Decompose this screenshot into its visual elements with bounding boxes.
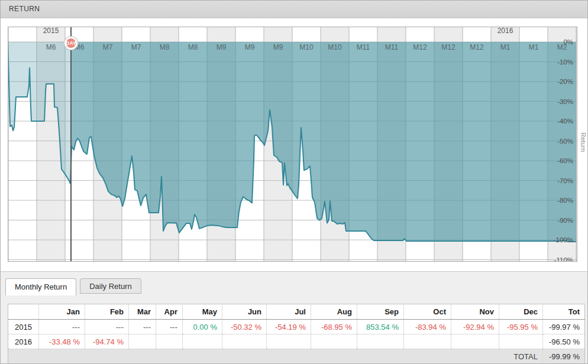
y-tick-label: -90% xyxy=(557,217,573,224)
column-header: Aug xyxy=(311,304,357,320)
bottom-section: Monthly ReturnDaily Return JanFebMarAprM… xyxy=(1,278,587,364)
total-label: TOTAL xyxy=(8,349,543,364)
return-cell: --- xyxy=(39,320,85,334)
column-header: May xyxy=(183,304,222,320)
month-label: M8 xyxy=(160,43,170,51)
return-cell: -68.95 % xyxy=(311,320,357,334)
return-cell: -99.97 % xyxy=(543,320,585,334)
month-label: M9 xyxy=(245,43,255,51)
y-tick-label: -40% xyxy=(557,118,573,125)
table-row: 2016-33.48 %-94.74 %-96.50 % xyxy=(8,334,585,349)
column-header: Sep xyxy=(357,304,404,320)
return-cell xyxy=(357,334,404,349)
column-header: Oct xyxy=(404,304,451,320)
year-label: 2015 xyxy=(43,27,59,35)
column-header xyxy=(8,304,39,320)
day-badge-label: DAY xyxy=(66,40,76,46)
return-cell: 853.54 % xyxy=(357,320,404,334)
panel-title: RETURN xyxy=(9,5,40,13)
return-cell: 0.00 % xyxy=(183,320,222,334)
return-cell: --- xyxy=(129,320,156,334)
return-cell: -33.48 % xyxy=(39,334,85,349)
y-tick-label: 0% xyxy=(563,38,573,46)
month-label: M12 xyxy=(470,43,484,51)
return-chart-panel: M6M6M7M7M8M8M9M9M9M10M10M11M11M12M12M12M… xyxy=(1,18,587,272)
year-cell: 2016 xyxy=(8,334,39,349)
return-cell xyxy=(311,334,357,349)
return-cell xyxy=(156,334,183,349)
y-tick-label: -60% xyxy=(557,157,573,164)
return-cell: --- xyxy=(156,320,183,334)
return-cell xyxy=(129,334,156,349)
month-label: M1 xyxy=(500,43,511,51)
y-tick-label: -80% xyxy=(557,197,573,204)
page: RETURN M6M6M7M7M8M8M9M9M9M10M10M11M11M12… xyxy=(0,0,588,364)
column-header: Feb xyxy=(85,304,129,320)
y-tick-label: -30% xyxy=(557,98,573,105)
column-header: Jun xyxy=(222,304,267,320)
return-cell: -83.94 % xyxy=(404,320,451,334)
column-header: Apr xyxy=(156,304,183,320)
month-label: M9 xyxy=(273,43,283,51)
y-tick-label: -110% xyxy=(554,256,573,262)
month-label: M7 xyxy=(103,43,113,51)
return-area-chart[interactable]: M6M6M7M7M8M8M9M9M9M10M10M11M11M12M12M12M… xyxy=(8,27,577,262)
column-header: Dec xyxy=(499,304,543,320)
month-label: M11 xyxy=(357,43,370,51)
return-cell xyxy=(451,334,499,349)
y-tick-label: -10% xyxy=(557,58,573,66)
column-header: Jan xyxy=(39,304,85,320)
month-label: M12 xyxy=(413,43,427,51)
panel-header: RETURN xyxy=(1,1,587,18)
table-body: 2015------------0.00 %-50.32 %-54.19 %-6… xyxy=(8,320,585,364)
return-cell: -54.19 % xyxy=(267,320,311,334)
return-cell xyxy=(499,334,543,349)
column-header: Nov xyxy=(451,304,499,320)
month-label: M6 xyxy=(46,43,56,51)
total-value: -99.99 % xyxy=(543,349,585,364)
return-cell: -92.94 % xyxy=(451,320,499,334)
y-tick-label: -50% xyxy=(557,138,573,145)
month-label: M11 xyxy=(385,43,399,51)
monthly-return-table: JanFebMarAprMayJunJulAugSepOctNovDecTot … xyxy=(8,304,585,364)
table-row: 2015------------0.00 %-50.32 %-54.19 %-6… xyxy=(8,320,585,334)
return-cell: -94.74 % xyxy=(85,334,129,349)
year-cell: 2015 xyxy=(8,320,39,334)
column-header: Jul xyxy=(267,304,311,320)
year-label: 2016 xyxy=(497,27,513,35)
y-tick-label: -100% xyxy=(554,236,573,243)
table-header: JanFebMarAprMayJunJulAugSepOctNovDecTot xyxy=(8,304,585,320)
return-cell: -95.95 % xyxy=(499,320,543,334)
month-label: M8 xyxy=(188,43,198,51)
month-label: M9 xyxy=(217,43,227,51)
month-label: M10 xyxy=(328,43,342,51)
day-cursor-badge[interactable]: DAY xyxy=(64,37,77,50)
y-tick-label: -70% xyxy=(557,177,573,184)
month-label: M10 xyxy=(299,43,314,51)
return-cell: -96.50 % xyxy=(543,334,585,349)
y-axis-title: Return xyxy=(580,132,587,152)
total-row: TOTAL-99.99 % xyxy=(8,349,585,364)
month-label: M1 xyxy=(529,43,539,51)
month-label: M12 xyxy=(441,43,455,51)
return-cell xyxy=(267,334,311,349)
return-cell xyxy=(222,334,267,349)
return-cell xyxy=(404,334,451,349)
tab-daily-return[interactable]: Daily Return xyxy=(80,278,141,294)
return-cell: -50.32 % xyxy=(222,320,267,334)
return-cell: --- xyxy=(85,320,129,334)
return-cell xyxy=(183,334,222,349)
column-header: Mar xyxy=(129,304,156,320)
month-label: M7 xyxy=(131,43,141,51)
y-tick-label: -20% xyxy=(557,78,573,85)
tab-bar: Monthly ReturnDaily Return xyxy=(5,278,587,295)
column-header: Tot xyxy=(543,304,585,320)
tab-monthly-return[interactable]: Monthly Return xyxy=(5,278,76,295)
